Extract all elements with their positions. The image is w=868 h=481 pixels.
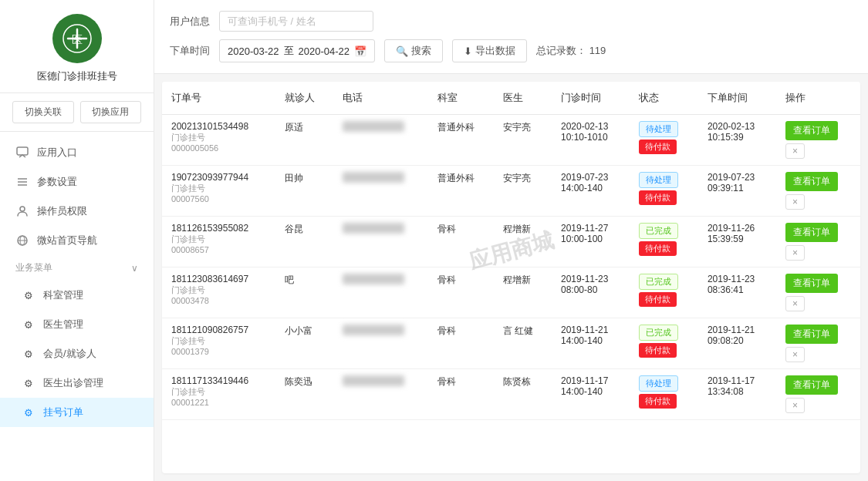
switch-app-button[interactable]: 切换应用	[80, 101, 142, 123]
cell-order-time: 2019-11-21 09:08:20	[698, 318, 776, 369]
cell-doctor: 程增新	[494, 267, 552, 318]
sidebar-label-app-entry: 应用入口	[37, 146, 77, 160]
cell-action: 查看订单 ×	[776, 369, 860, 420]
sidebar-label-website-nav: 微站首页导航	[37, 234, 97, 247]
cell-order-time: 2019-11-17 13:34:08	[698, 369, 776, 420]
cell-dept: 普通外科	[428, 166, 494, 217]
delete-order-button[interactable]: ×	[785, 143, 805, 159]
total-info: 总记录数： 119	[536, 44, 606, 58]
sidebar-item-doctor-visit[interactable]: ⚙ 医生出诊管理	[0, 368, 154, 398]
cell-doctor: 安宇亮	[494, 115, 552, 166]
globe-icon	[15, 234, 29, 247]
cell-patient: 原适	[275, 115, 333, 166]
cell-visit-time: 2019-11-17 14:00-140	[552, 369, 630, 420]
cell-doctor: 程增新	[494, 217, 552, 267]
total-count: 119	[589, 45, 606, 56]
status-badge-2: 待付款	[639, 343, 677, 358]
sidebar: 医 医德门诊排班挂号 切换关联 切换应用 应用入口 参数设置 操作员	[0, 0, 154, 481]
date-range-input[interactable]: 2020-03-22 至 2020-04-22 📅	[219, 39, 375, 62]
view-order-button[interactable]: 查看订单	[785, 121, 838, 140]
cell-phone: 10009124	[333, 115, 428, 166]
phone-blurred: 10003172	[343, 274, 404, 284]
status-badge-2: 待付款	[639, 394, 677, 409]
cell-order-time: 2019-11-23 08:36:41	[698, 267, 776, 318]
order-number: 181121090826757	[171, 325, 266, 335]
order-number: 190723093977944	[171, 172, 266, 183]
sidebar-item-website-nav[interactable]: 微站首页导航	[0, 226, 154, 255]
sidebar-item-operator-auth[interactable]: 操作员权限	[0, 197, 154, 226]
order-sub-num: 00008657	[171, 245, 266, 254]
filter-row-date: 下单时间 2020-03-22 至 2020-04-22 📅 🔍 搜索 ⬇ 导出…	[170, 39, 853, 62]
order-sub-num: 0000005056	[171, 143, 266, 153]
cell-phone: 10003172	[333, 267, 428, 318]
sidebar-item-doctor-mgmt[interactable]: ⚙ 医生管理	[0, 310, 154, 339]
user-info-input[interactable]	[219, 11, 373, 32]
status-badge-1: 已完成	[639, 325, 678, 341]
sidebar-item-param-settings[interactable]: 参数设置	[0, 167, 154, 197]
cell-phone: 10002063	[333, 166, 428, 217]
delete-order-button[interactable]: ×	[785, 398, 805, 413]
status-badge-2: 待付款	[639, 190, 677, 205]
delete-order-button[interactable]: ×	[785, 347, 805, 362]
orders-table: 订单号 就诊人 电话 科室 医生 门诊时间 状态 下单时间 操作 2002131…	[162, 82, 860, 420]
sidebar-item-room-mgmt[interactable]: ⚙ 科室管理	[0, 281, 154, 310]
biz-menu-label: 业务菜单	[15, 261, 52, 274]
gear-room-icon: ⚙	[22, 288, 35, 302]
delete-order-button[interactable]: ×	[785, 296, 805, 311]
cell-patient: 田帅	[275, 166, 333, 217]
logo-icon: 医	[52, 14, 102, 63]
cell-order-id: 190723093977944 门诊挂号 00007560	[162, 166, 275, 217]
status-badge-2: 待付款	[639, 241, 677, 256]
sidebar-label-appointment-order: 挂号订单	[43, 405, 83, 419]
order-number: 181126153955082	[171, 223, 266, 234]
cell-order-id: 181123083614697 门诊挂号 00003478	[162, 267, 275, 318]
date-from: 2020-03-22	[228, 45, 279, 57]
order-type: 门诊挂号	[171, 132, 266, 143]
cell-dept: 骨科	[428, 318, 494, 369]
chevron-down-icon: ∨	[131, 263, 138, 274]
cell-status: 待处理 待付款	[630, 166, 698, 217]
view-order-button[interactable]: 查看订单	[785, 325, 838, 344]
sidebar-nav: 应用入口 参数设置 操作员权限 微站首页导航 业务菜单 ∨ ⚙	[0, 132, 154, 481]
delete-order-button[interactable]: ×	[785, 245, 805, 261]
col-action: 操作	[776, 82, 860, 115]
sidebar-item-app-entry[interactable]: 应用入口	[0, 138, 154, 167]
sidebar-label-room-mgmt: 科室管理	[43, 288, 83, 302]
col-status: 状态	[630, 82, 698, 115]
cell-action: 查看订单 ×	[776, 217, 860, 267]
view-order-button[interactable]: 查看订单	[785, 172, 838, 191]
cell-status: 已完成 待付款	[630, 267, 698, 318]
phone-blurred: 10008947	[343, 325, 404, 335]
sidebar-item-member-patient[interactable]: ⚙ 会员/就诊人	[0, 339, 154, 368]
cell-dept: 骨科	[428, 369, 494, 420]
status-badge-1: 待处理	[639, 375, 678, 392]
order-type: 门诊挂号	[171, 183, 266, 194]
status-badge-2: 待付款	[639, 140, 677, 154]
cell-patient: 谷昆	[275, 217, 333, 267]
cell-status: 已完成 待付款	[630, 217, 698, 267]
delete-order-button[interactable]: ×	[785, 194, 805, 210]
cell-dept: 骨科	[428, 267, 494, 318]
cell-visit-time: 2019-11-21 14:00-140	[552, 318, 630, 369]
phone-blurred: 10006329	[343, 375, 404, 386]
cell-order-time: 2019-07-23 09:39:11	[698, 166, 776, 217]
biz-menu-section: 业务菜单 ∨	[0, 255, 154, 281]
order-number: 181123083614697	[171, 274, 266, 284]
phone-blurred: 10009124	[343, 121, 404, 132]
phone-blurred: 10009116	[343, 223, 404, 234]
main-content: 用户信息 下单时间 2020-03-22 至 2020-04-22 📅 🔍 搜索…	[154, 0, 868, 481]
order-type: 门诊挂号	[171, 284, 266, 296]
status-badge-2: 待付款	[639, 292, 677, 307]
view-order-button[interactable]: 查看订单	[785, 375, 838, 395]
export-button[interactable]: ⬇ 导出数据	[452, 39, 527, 62]
order-number: 181117133419446	[171, 375, 266, 386]
cell-order-id: 200213101534498 门诊挂号 0000005056	[162, 115, 275, 166]
view-order-button[interactable]: 查看订单	[785, 274, 838, 293]
view-order-button[interactable]: 查看订单	[785, 223, 838, 242]
status-badge-1: 已完成	[639, 223, 678, 239]
filter-bar: 用户信息 下单时间 2020-03-22 至 2020-04-22 📅 🔍 搜索…	[154, 0, 868, 74]
date-separator: 至	[284, 44, 294, 58]
search-button[interactable]: 🔍 搜索	[384, 39, 443, 62]
switch-relation-button[interactable]: 切换关联	[12, 101, 74, 123]
sidebar-item-appointment-order[interactable]: ⚙ 挂号订单	[0, 398, 154, 427]
